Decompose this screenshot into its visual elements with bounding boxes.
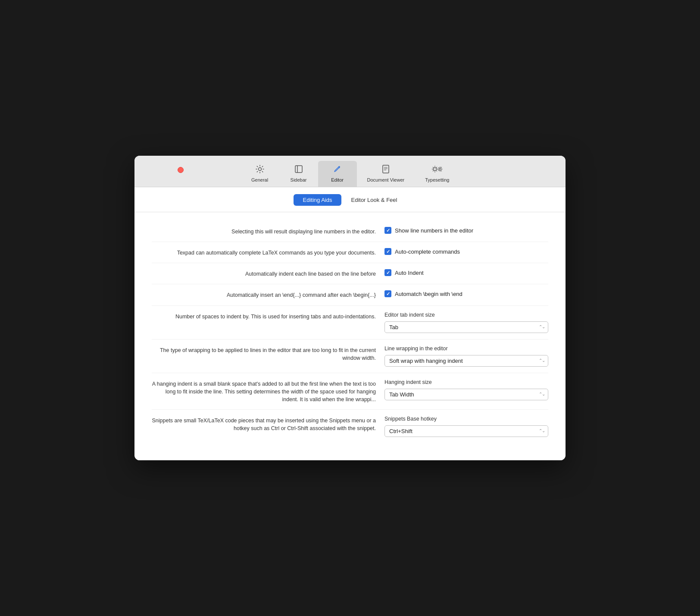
editor-icon	[333, 164, 342, 176]
traffic-lights	[178, 167, 184, 173]
checkbox-label-auto-complete: Auto-complete commands	[395, 248, 460, 255]
typesetting-label: Typesetting	[425, 177, 449, 182]
setting-control-auto-complete: Auto-complete commands	[384, 248, 548, 255]
svg-rect-3	[383, 165, 389, 173]
checkbox-automatch-begin-end[interactable]	[384, 290, 391, 297]
toolbar-tab-typesetting[interactable]: Typesetting	[415, 161, 459, 187]
preferences-window: GeneralSidebarEditorDocument ViewerTypes…	[134, 156, 566, 460]
editor-label: Editor	[331, 177, 344, 182]
svg-point-8	[439, 168, 441, 170]
setting-row-auto-complete: Texpad can automatically complete LaTeX …	[152, 242, 548, 263]
setting-description-line-wrapping: The type of wrapping to be applied to li…	[152, 346, 376, 362]
typesetting-icon	[431, 164, 443, 176]
checkbox-label-automatch-begin-end: Automatch \begin with \end	[395, 291, 462, 297]
general-label: General	[251, 177, 268, 182]
sidebar-label: Sidebar	[291, 177, 307, 182]
checkbox-label-show-line-numbers: Show line numbers in the editor	[395, 227, 473, 234]
checkbox-row-automatch-begin-end: Automatch \begin with \end	[384, 290, 548, 297]
close-button[interactable]	[178, 167, 184, 173]
setting-row-tab-indent-size: Number of spaces to indent by. This is u…	[152, 306, 548, 339]
select-label-hanging-indent-size: Hanging indent size	[384, 379, 548, 385]
setting-control-hanging-indent-size: Hanging indent sizeTab Width2 Spaces4 Sp…	[384, 379, 548, 400]
document-viewer-icon	[381, 164, 391, 176]
checkbox-row-auto-indent: Auto Indent	[384, 269, 548, 276]
subtabs: Editing AidsEditor Look & Feel	[134, 187, 566, 212]
setting-control-show-line-numbers: Show line numbers in the editor	[384, 227, 548, 234]
setting-row-show-line-numbers: Selecting this will result displaying li…	[152, 221, 548, 242]
select-wrapper-hanging-indent-size: Tab Width2 Spaces4 Spaces	[384, 389, 548, 400]
svg-rect-1	[295, 166, 302, 173]
setting-control-auto-indent: Auto Indent	[384, 269, 548, 276]
setting-description-auto-indent: Automatically indent each line based on …	[152, 269, 376, 278]
general-icon	[255, 164, 265, 176]
checkbox-row-auto-complete: Auto-complete commands	[384, 248, 548, 255]
checkbox-row-show-line-numbers: Show line numbers in the editor	[384, 227, 548, 234]
setting-row-line-wrapping: The type of wrapping to be applied to li…	[152, 339, 548, 373]
toolbar-tab-sidebar[interactable]: Sidebar	[279, 161, 318, 187]
select-snippets-hotkey[interactable]: CtrlCtrl+Shift	[384, 425, 548, 437]
svg-point-0	[258, 168, 261, 171]
setting-row-hanging-indent-size: A hanging indent is a small blank space …	[152, 373, 548, 410]
svg-point-7	[434, 168, 437, 171]
select-hanging-indent-size[interactable]: Tab Width2 Spaces4 Spaces	[384, 389, 548, 400]
checkbox-auto-complete[interactable]	[384, 248, 391, 255]
toolbar-tab-editor[interactable]: Editor	[318, 161, 357, 187]
select-label-snippets-hotkey: Snippets Base hotkey	[384, 416, 548, 422]
toolbar-tab-general[interactable]: General	[241, 161, 279, 187]
setting-description-show-line-numbers: Selecting this will result displaying li…	[152, 227, 376, 236]
titlebar: GeneralSidebarEditorDocument ViewerTypes…	[134, 156, 566, 187]
setting-control-tab-indent-size: Editor tab indent sizeTab2 Spaces4 Space…	[384, 312, 548, 333]
setting-row-auto-indent: Automatically indent each line based on …	[152, 263, 548, 284]
sidebar-icon	[294, 164, 303, 176]
select-wrapper-snippets-hotkey: CtrlCtrl+Shift	[384, 425, 548, 437]
setting-row-snippets-hotkey: Snippets are small TeX/LaTeX code pieces…	[152, 410, 548, 443]
checkbox-label-auto-indent: Auto Indent	[395, 270, 424, 276]
settings-body: Selecting this will result displaying li…	[134, 212, 566, 460]
toolbar-tab-document-viewer[interactable]: Document Viewer	[357, 161, 415, 187]
checkbox-auto-indent[interactable]	[384, 269, 391, 276]
setting-description-snippets-hotkey: Snippets are small TeX/LaTeX code pieces…	[152, 416, 376, 432]
setting-description-tab-indent-size: Number of spaces to indent by. This is u…	[152, 312, 376, 321]
checkbox-show-line-numbers[interactable]	[384, 227, 391, 234]
select-line-wrapping[interactable]: No wrapSoft wrapSoft wrap with hanging i…	[384, 355, 548, 367]
subtab-editor-look-feel[interactable]: Editor Look & Feel	[341, 194, 406, 206]
setting-control-line-wrapping: Line wrapping in the editorNo wrapSoft w…	[384, 346, 548, 367]
setting-description-auto-complete: Texpad can automatically complete LaTeX …	[152, 248, 376, 257]
toolbar-tabs: GeneralSidebarEditorDocument ViewerTypes…	[241, 161, 460, 187]
setting-control-snippets-hotkey: Snippets Base hotkeyCtrlCtrl+Shift	[384, 416, 548, 437]
select-label-line-wrapping: Line wrapping in the editor	[384, 346, 548, 352]
document-viewer-label: Document Viewer	[367, 177, 405, 182]
setting-row-automatch-begin-end: Automatically insert an \end{...} comman…	[152, 284, 548, 305]
setting-description-automatch-begin-end: Automatically insert an \end{...} comman…	[152, 290, 376, 299]
select-wrapper-tab-indent-size: Tab2 Spaces4 Spaces8 Spaces	[384, 321, 548, 333]
select-wrapper-line-wrapping: No wrapSoft wrapSoft wrap with hanging i…	[384, 355, 548, 367]
select-tab-indent-size[interactable]: Tab2 Spaces4 Spaces8 Spaces	[384, 321, 548, 333]
setting-description-hanging-indent-size: A hanging indent is a small blank space …	[152, 379, 376, 403]
select-label-tab-indent-size: Editor tab indent size	[384, 312, 548, 318]
subtab-editing-aids[interactable]: Editing Aids	[294, 194, 342, 206]
setting-control-automatch-begin-end: Automatch \begin with \end	[384, 290, 548, 297]
content-area: Editing AidsEditor Look & Feel Selecting…	[134, 187, 566, 460]
